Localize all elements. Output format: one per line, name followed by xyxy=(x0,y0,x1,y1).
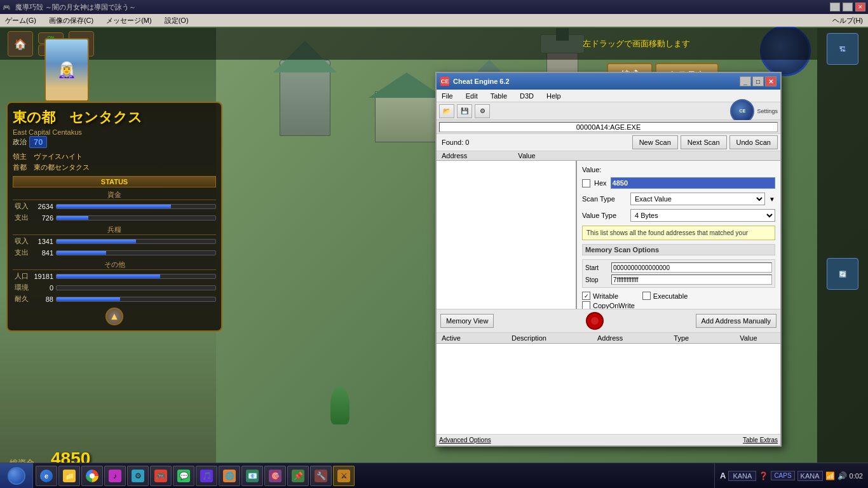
durability-row: 耐久 88 xyxy=(13,294,216,304)
ce-value-input[interactable] xyxy=(611,177,775,189)
taskbar-app6[interactable]: 🎮 xyxy=(150,466,172,486)
ce-writable-checkbox[interactable] xyxy=(582,292,590,300)
app12-icon: 📌 xyxy=(292,470,304,482)
ce-valuetype-label: Value Type xyxy=(582,212,627,219)
taskbar-ie[interactable]: e xyxy=(36,466,57,486)
politics-row: 政治 70 xyxy=(13,136,216,148)
taskbar-app7[interactable]: 💬 xyxy=(173,466,194,486)
ce-menu-edit[interactable]: Edit xyxy=(463,91,480,101)
ce-close-btn[interactable]: ✕ xyxy=(765,76,776,86)
app7-icon: 💬 xyxy=(177,470,190,482)
scroll-up-btn[interactable]: ▲ xyxy=(105,308,123,325)
taskbar-app4[interactable]: ♪ xyxy=(104,466,126,486)
ce-right-checkboxes: Executable xyxy=(642,292,688,309)
windows-logo xyxy=(8,467,25,485)
ce-executable-label: Executable xyxy=(653,292,688,300)
ce-value-row: Value: xyxy=(582,166,775,173)
ce-settings-icon-btn[interactable]: ⚙ xyxy=(475,104,490,118)
right-icon-1[interactable]: 🏗 xyxy=(827,33,858,65)
ce-address-list xyxy=(437,161,577,309)
ce-logo: CE xyxy=(730,99,754,123)
ce-status-right[interactable]: Table Extras xyxy=(743,437,778,444)
app8-icon: 🎵 xyxy=(200,470,213,482)
game-minimize-btn[interactable]: _ xyxy=(830,3,840,11)
taskbar-app9[interactable]: 🌐 xyxy=(219,466,240,486)
menu-message[interactable]: メッセージ(M) xyxy=(104,16,154,25)
game-maximize-btn[interactable]: □ xyxy=(843,3,853,11)
ce-new-scan-btn[interactable]: New Scan xyxy=(632,135,678,149)
ce-add-address-btn[interactable]: Add Address Manually xyxy=(696,314,776,328)
ce-table-body xyxy=(437,344,780,426)
ce-copyonwrite-checkbox[interactable] xyxy=(582,301,590,309)
ce-menu-table[interactable]: Table xyxy=(488,91,510,101)
ce-value-label: Value: xyxy=(582,166,620,173)
home-icon-btn[interactable]: 🏠 xyxy=(8,31,33,57)
ce-minimize-btn[interactable]: _ xyxy=(740,76,751,86)
ce-status-bar: Advanced Options Table Extras xyxy=(437,434,780,445)
ce-writable-label: Writable xyxy=(593,292,618,300)
ce-open-btn[interactable]: 📂 xyxy=(439,104,454,118)
taskbar-apps: e 📁 ♪ ⚙ 🎮 💬 🎵 🌐 📧 🎯 📌 🔧 ⚔ xyxy=(33,466,714,486)
ce-undo-scan-btn[interactable]: Undo Scan xyxy=(729,135,778,149)
game-active-icon: ⚔ xyxy=(337,470,350,482)
ce-stop-icon xyxy=(591,317,599,325)
ce-th-description: Description xyxy=(512,334,546,342)
finance-expense-row: 支出 726 xyxy=(13,213,216,222)
ce-scantype-select[interactable]: Exact Value Bigger than... Smaller than.… xyxy=(630,193,765,205)
other-category: その他 xyxy=(13,260,216,270)
ce-start-input[interactable] xyxy=(611,262,772,273)
cheat-engine-window: CE Cheat Engine 6.2 _ □ ✕ File Edit Tabl… xyxy=(435,72,782,447)
app11-icon: 🎯 xyxy=(269,470,281,482)
ce-process-bar xyxy=(437,120,780,134)
ce-hex-checkbox[interactable] xyxy=(582,179,590,187)
ce-maximize-btn[interactable]: □ xyxy=(752,76,764,86)
ce-menu-d3d[interactable]: D3D xyxy=(517,91,536,101)
ce-stop-input[interactable] xyxy=(611,274,772,285)
character-portrait: 🧝‍♀️ xyxy=(44,38,89,102)
ce-valuetype-select[interactable]: 4 Bytes 1 Byte 2 Bytes 8 Bytes Float Dou… xyxy=(630,209,775,222)
start-button[interactable] xyxy=(0,463,33,489)
game-close-btn[interactable]: ✕ xyxy=(855,3,865,11)
menu-settings[interactable]: 設定(O) xyxy=(162,16,191,25)
taskbar-app8[interactable]: 🎵 xyxy=(196,466,217,486)
game-menu-bar: ゲーム(G) 画像の保存(C) メッセージ(M) 設定(O) ヘルプ(H) xyxy=(0,14,868,27)
taskbar-system-tray: A KANA ❓ CAPS KANA 📶 🔊 0:02 xyxy=(714,463,868,489)
ce-menu-file[interactable]: File xyxy=(439,91,456,101)
taskbar-game-active[interactable]: ⚔ xyxy=(333,466,355,486)
ce-stop-btn[interactable] xyxy=(586,312,604,330)
ce-found-label: Found: 0 xyxy=(437,137,474,147)
ce-col-value: Value xyxy=(518,152,535,159)
taskbar-explorer[interactable]: 📁 xyxy=(58,466,80,486)
troops-income-row: 収入 1341 xyxy=(13,236,216,246)
ce-next-scan-btn[interactable]: Next Scan xyxy=(681,135,727,149)
kana-indicator: KANA xyxy=(728,471,756,481)
ce-process-input[interactable] xyxy=(439,122,778,132)
taskbar-app11[interactable]: 🎯 xyxy=(264,466,286,486)
app13-icon: 🔧 xyxy=(315,470,327,482)
menu-image[interactable]: 画像の保存(C) xyxy=(46,16,96,25)
taskbar-chrome[interactable] xyxy=(81,466,103,486)
taskbar-app5[interactable]: ⚙ xyxy=(127,466,149,486)
ce-tooltip: This list shows all the found addresses … xyxy=(582,226,775,240)
right-icon-2[interactable]: 🔄 xyxy=(827,258,858,290)
ce-th-type: Type xyxy=(674,334,689,342)
ce-bottom-buttons: Memory View Add Address Manually xyxy=(437,309,780,332)
ce-save-btn[interactable]: 💾 xyxy=(457,104,472,118)
taskbar-app10[interactable]: 📧 xyxy=(241,466,263,486)
ce-status-left[interactable]: Advanced Options xyxy=(439,437,491,444)
ce-menu-help[interactable]: Help xyxy=(544,91,564,101)
taskbar-app13[interactable]: 🔧 xyxy=(310,466,332,486)
ce-options-panel: Value: Hex Scan Type Exact Value Bigger … xyxy=(577,161,780,309)
taskbar-app12[interactable]: 📌 xyxy=(287,466,309,486)
menu-help[interactable]: ヘルプ(H) xyxy=(830,16,865,25)
ce-scan-buttons: New Scan Next Scan Undo Scan xyxy=(630,134,780,151)
menu-game[interactable]: ゲーム(G) xyxy=(3,16,39,25)
game-top-nav: 🏠 ON OFF ✋ 左ドラッグで画面移動します 編成 システム xyxy=(0,28,817,60)
ce-executable-checkbox[interactable] xyxy=(642,292,651,300)
ce-th-active: Active xyxy=(442,334,461,342)
taskbar: e 📁 ♪ ⚙ 🎮 💬 🎵 🌐 📧 🎯 📌 🔧 ⚔ A KANA ❓ CAPS xyxy=(0,463,868,488)
ce-copyonwrite-row: CopyOnWrite xyxy=(582,301,635,309)
population-row: 人口 19181 xyxy=(13,271,216,281)
ce-title-controls: _ □ ✕ xyxy=(740,76,776,86)
ce-memory-view-btn[interactable]: Memory View xyxy=(440,314,494,328)
